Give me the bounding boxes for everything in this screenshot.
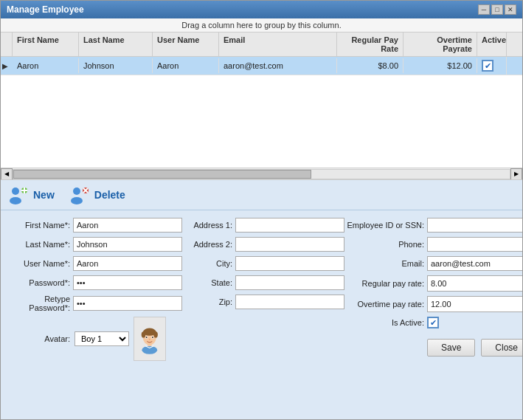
title-bar-controls: ─ □ ✕ (478, 4, 516, 15)
city-row: City: (173, 256, 336, 271)
toolbar: New Delete (1, 180, 522, 210)
header-arrow-col (1, 32, 13, 56)
password-input[interactable] (73, 275, 182, 290)
city-label: City: (173, 259, 232, 268)
svg-point-1 (10, 197, 21, 204)
scroll-thumb[interactable] (13, 170, 311, 179)
reg-pay-row: Regular pay rate: ▲ ▼ (343, 275, 522, 292)
email-input[interactable] (427, 256, 522, 271)
username-input[interactable] (73, 256, 182, 271)
cell-ot-pay: $12.00 (403, 58, 477, 73)
svg-point-19 (146, 337, 148, 338)
last-name-row: Last Name*: (11, 237, 166, 252)
avatar-row: Avatar: Boy 1 (11, 317, 166, 361)
ot-pay-input[interactable] (428, 297, 522, 311)
svg-point-16 (154, 331, 159, 337)
employee-id-input[interactable] (427, 218, 522, 233)
header-first-name[interactable]: First Name (13, 32, 79, 56)
state-label: State: (173, 278, 232, 287)
phone-label: Phone: (343, 240, 424, 249)
table-row[interactable]: ▶ Aaron Johnson Aaron aaron@test.com $8.… (1, 57, 522, 75)
close-button[interactable]: ✕ (505, 4, 516, 15)
cell-reg-pay: $8.00 (337, 58, 403, 73)
title-bar: Manage Employee ─ □ ✕ (1, 1, 522, 18)
email-label: Email: (343, 259, 424, 268)
cell-active (477, 57, 507, 75)
avatar-svg (134, 318, 165, 359)
header-last-name[interactable]: Last Name (79, 32, 153, 56)
delete-person-icon (69, 185, 90, 205)
svg-point-5 (73, 187, 80, 195)
ot-pay-spinner: ▲ ▼ (427, 296, 522, 312)
address1-row: Address 1: (173, 218, 336, 233)
close-button[interactable]: Close (481, 339, 522, 357)
email-row: Email: (343, 256, 522, 271)
username-row: User Name*: (11, 256, 166, 271)
first-name-label: First Name*: (11, 221, 70, 230)
svg-point-20 (152, 337, 153, 338)
new-label: New (33, 189, 55, 201)
zip-input[interactable] (235, 295, 344, 309)
header-active[interactable]: Active (477, 32, 507, 56)
cell-first-name: Aaron (13, 58, 79, 73)
avatar-image (134, 317, 166, 361)
form-buttons: Save Close (343, 339, 522, 357)
retype-password-row: Retype Password*: (11, 295, 166, 312)
password-row: Password*: (11, 275, 166, 290)
city-input[interactable] (235, 256, 344, 271)
new-person-icon (8, 185, 29, 205)
header-ot-pay[interactable]: Overtime Payrate (403, 32, 477, 56)
zip-label: Zip: (173, 297, 232, 306)
scroll-right-button[interactable]: ▶ (510, 168, 522, 180)
state-input[interactable] (235, 275, 344, 290)
password-label: Password*: (11, 278, 70, 287)
first-name-row: First Name*: (11, 218, 166, 233)
maximize-button[interactable]: □ (491, 4, 503, 15)
phone-row: Phone: (343, 237, 522, 252)
header-user-name[interactable]: User Name (153, 32, 219, 56)
ot-pay-label: Overtime pay rate: (343, 300, 424, 309)
reg-pay-label: Regular pay rate: (343, 279, 424, 288)
reg-pay-input[interactable] (428, 276, 522, 291)
active-checkbox-grid (482, 60, 493, 72)
employee-form: First Name*: Last Name*: User Name*: Pas… (1, 210, 522, 419)
drag-hint: Drag a column here to group by this colu… (1, 18, 522, 32)
svg-point-10 (142, 346, 158, 354)
horizontal-scrollbar[interactable]: ◀ ▶ (1, 168, 522, 179)
is-active-label: Is Active: (343, 318, 424, 327)
employee-grid: First Name Last Name User Name Email Reg… (1, 32, 522, 180)
employee-id-label: Employee ID or SSN: (343, 221, 424, 230)
header-email[interactable]: Email (219, 32, 337, 56)
address2-row: Address 2: (173, 237, 336, 252)
employee-id-row: Employee ID or SSN: (343, 218, 522, 233)
cell-email: aaron@test.com (219, 58, 337, 73)
avatar-select[interactable]: Boy 1 (75, 331, 129, 346)
reg-pay-spinner: ▲ ▼ (427, 275, 522, 292)
is-active-checkbox[interactable] (427, 317, 439, 328)
retype-password-input[interactable] (73, 296, 182, 311)
state-row: State: (173, 275, 336, 290)
delete-button[interactable]: Delete (69, 185, 125, 205)
address1-input[interactable] (235, 218, 344, 233)
new-button[interactable]: New (8, 185, 55, 205)
retype-password-label: Retype Password*: (11, 295, 70, 312)
scroll-track[interactable] (13, 169, 510, 179)
is-active-row: Is Active: (343, 317, 522, 328)
save-button[interactable]: Save (427, 339, 475, 357)
delete-label: Delete (94, 189, 125, 201)
last-name-label: Last Name*: (11, 240, 70, 249)
address1-label: Address 1: (173, 221, 232, 230)
form-grid: First Name*: Last Name*: User Name*: Pas… (11, 218, 512, 361)
row-arrow-icon: ▶ (1, 59, 13, 73)
last-name-input[interactable] (73, 237, 182, 252)
svg-point-0 (12, 187, 19, 195)
avatar-label: Avatar: (11, 334, 70, 343)
scroll-left-button[interactable]: ◀ (1, 168, 13, 180)
phone-input[interactable] (427, 237, 522, 252)
address2-label: Address 2: (173, 240, 232, 249)
header-reg-pay[interactable]: Regular Pay Rate (337, 32, 403, 56)
first-name-input[interactable] (73, 218, 182, 233)
minimize-button[interactable]: ─ (478, 4, 490, 15)
address2-input[interactable] (235, 237, 344, 252)
svg-point-14 (145, 328, 155, 333)
